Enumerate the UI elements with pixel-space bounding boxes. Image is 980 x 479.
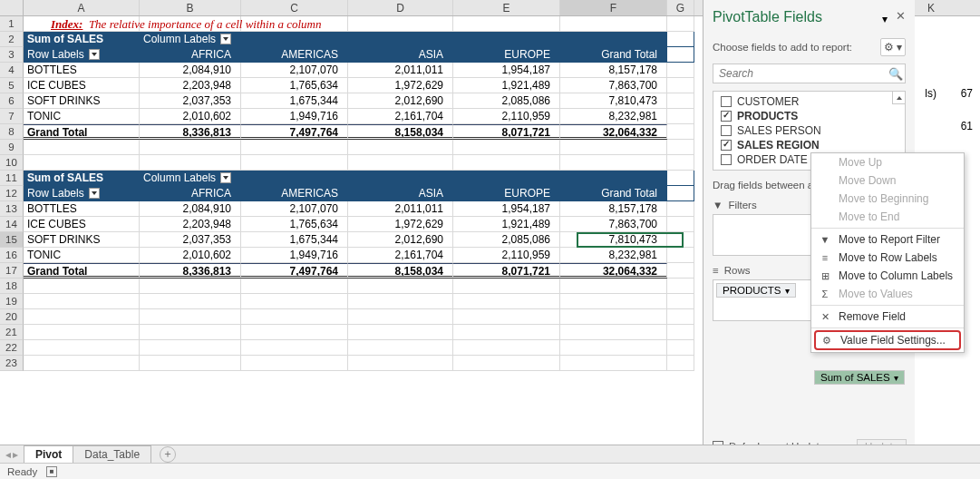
sheet-tab-data-table[interactable]: Data_Table — [73, 445, 151, 463]
menu-item[interactable]: ✕Remove Field — [811, 308, 964, 326]
pane-options-dropdown-icon[interactable]: ▾ — [882, 13, 888, 25]
pivot1-sum-label[interactable]: Sum of SALES — [24, 32, 140, 47]
row-head-3[interactable]: 3 — [0, 47, 24, 63]
pivot1-row-labels[interactable]: Row Labels — [24, 47, 140, 63]
column-labels-dropdown-icon[interactable] — [220, 172, 231, 183]
edge-label-ls: ls) — [925, 87, 936, 100]
row-label[interactable]: TONIC — [24, 109, 140, 124]
menu-item-icon: ⊞ — [819, 270, 831, 282]
index-note: Index: The relative importance of a cell… — [51, 16, 321, 32]
column-head-D[interactable]: D — [348, 0, 453, 15]
pivot1-column-labels[interactable]: Column Labels — [140, 32, 241, 47]
pane-subtitle: Choose fields to add to report: — [713, 42, 852, 53]
status-bar: Ready ■ — [0, 463, 980, 479]
menu-item: Move to End — [811, 208, 964, 226]
row-labels-dropdown-icon[interactable] — [89, 49, 100, 60]
edge-values: 67 61 — [961, 87, 973, 152]
column-head-E[interactable]: E — [453, 0, 560, 15]
gear-icon[interactable]: ⚙ ▾ — [880, 38, 906, 56]
column-head-K[interactable]: K — [917, 0, 945, 16]
row-label[interactable]: TONIC — [24, 248, 140, 263]
menu-item-icon: ✕ — [819, 311, 831, 323]
column-head-A[interactable]: A — [24, 0, 140, 15]
cell-A1[interactable]: Index: The relative importance of a cell… — [24, 16, 140, 32]
menu-item-icon: ▼ — [819, 234, 831, 245]
field-search[interactable]: 🔍 — [713, 64, 906, 83]
field-item-products[interactable]: PRODUCTS — [713, 109, 905, 123]
row-head-14[interactable]: 14 — [0, 217, 24, 232]
column-head-G[interactable]: G — [667, 0, 694, 15]
status-ready: Ready — [7, 466, 37, 477]
checkbox-icon[interactable] — [721, 125, 732, 136]
row-head-5[interactable]: 5 — [0, 78, 24, 93]
row-head-6[interactable]: 6 — [0, 93, 24, 109]
menu-item: Move Down — [811, 171, 964, 190]
macro-record-icon[interactable]: ■ — [46, 466, 57, 477]
row-head-15[interactable]: 15 — [0, 232, 24, 248]
column-head-F[interactable]: F — [560, 0, 667, 15]
menu-separator — [811, 327, 964, 328]
pane-title: PivotTable Fields — [713, 9, 906, 25]
field-item-sales person[interactable]: SALES PERSON — [713, 123, 905, 138]
row-label[interactable]: BOTTLES — [24, 201, 140, 217]
column-head-C[interactable]: C — [241, 0, 348, 15]
row-head-13[interactable]: 13 — [0, 201, 24, 217]
select-all-corner[interactable] — [0, 0, 24, 15]
row-head-8[interactable]: 8 — [0, 124, 24, 140]
column-labels-dropdown-icon[interactable] — [220, 34, 231, 44]
values-chip-sum-of-sales[interactable]: Sum of SALES▾ — [814, 370, 905, 385]
row-label[interactable]: SOFT DRINKS — [24, 93, 140, 109]
column-head-B[interactable]: B — [140, 0, 241, 15]
menu-item-icon: ≡ — [819, 252, 831, 263]
scroll-up-icon[interactable] — [892, 92, 905, 104]
checkbox-icon[interactable] — [721, 111, 732, 122]
row-head-4[interactable]: 4 — [0, 63, 24, 78]
checkbox-icon[interactable] — [721, 140, 732, 151]
rows-chip-products[interactable]: PRODUCTS▾ — [716, 283, 796, 298]
menu-item: Move to Beginning — [811, 190, 964, 208]
row-label[interactable]: SOFT DRINKS — [24, 232, 140, 248]
menu-item[interactable]: ≡Move to Row Labels — [811, 249, 964, 267]
new-sheet-button[interactable]: ＋ — [160, 446, 176, 463]
search-input[interactable] — [713, 67, 887, 80]
row-label[interactable]: ICE CUBES — [24, 78, 140, 93]
field-context-menu: Move UpMove DownMove to BeginningMove to… — [810, 152, 965, 353]
menu-item: Move Up — [811, 153, 964, 171]
menu-separator — [811, 228, 964, 229]
field-item-customer[interactable]: CUSTOMER — [713, 94, 905, 109]
close-icon[interactable]: ✕ — [896, 9, 906, 23]
row-head-16[interactable]: 16 — [0, 248, 24, 263]
worksheet-grid[interactable]: 1 Index: The relative importance of a ce… — [0, 16, 694, 371]
sheet-tab-bar: ◂▸ Pivot Data_Table ＋ — [0, 445, 980, 463]
search-icon[interactable]: 🔍 — [887, 67, 905, 81]
sheet-nav-buttons[interactable]: ◂▸ — [0, 448, 24, 461]
menu-item-icon: Σ — [819, 288, 831, 299]
menu-item-icon: ⚙ — [820, 335, 833, 347]
menu-item[interactable]: ⊞Move to Column Labels — [811, 267, 964, 285]
checkbox-icon[interactable] — [721, 96, 732, 107]
row-head-2[interactable]: 2 — [0, 32, 24, 47]
menu-item[interactable]: ▼Move to Report Filter — [811, 230, 964, 249]
checkbox-icon[interactable] — [721, 154, 732, 165]
menu-item-value-field-settings[interactable]: ⚙Value Field Settings... — [814, 330, 961, 350]
menu-separator — [811, 305, 964, 306]
row-head-7[interactable]: 7 — [0, 109, 24, 124]
field-item-sales region[interactable]: SALES REGION — [713, 138, 905, 152]
menu-item: ΣMove to Values — [811, 285, 964, 303]
row-label[interactable]: BOTTLES — [24, 63, 140, 78]
row-label[interactable]: ICE CUBES — [24, 217, 140, 232]
row-labels-dropdown-icon[interactable] — [89, 188, 100, 199]
sheet-tab-pivot[interactable]: Pivot — [24, 445, 73, 464]
row-head-1[interactable]: 1 — [0, 16, 24, 32]
